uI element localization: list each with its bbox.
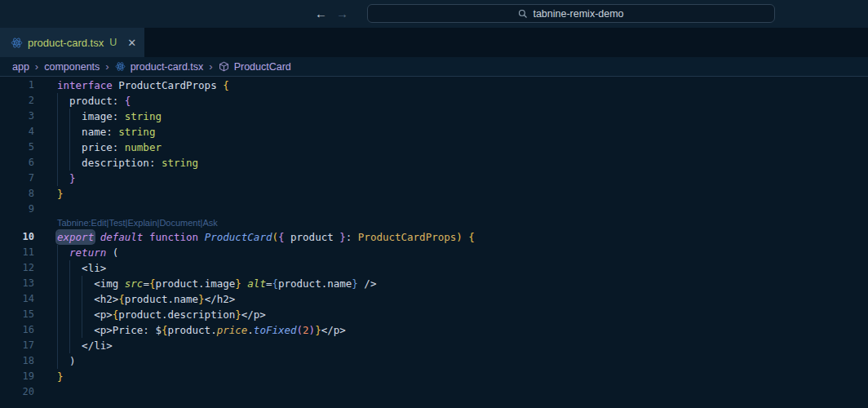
code-token: ProductCardProps [113,79,223,91]
back-arrow-icon[interactable]: ← [315,6,327,22]
code-line[interactable]: 6 description: string [0,155,868,171]
line-number: 3 [0,109,34,124]
code-text[interactable]: } [57,171,868,186]
code-token: description: [57,157,162,169]
code-text[interactable]: export default function ProductCard({ pr… [57,229,868,245]
code-line[interactable]: 20 [0,384,868,400]
code-line[interactable]: 18 ) [0,353,868,369]
code-line[interactable]: 11 return ( [0,245,868,260]
code-token: = [143,277,149,290]
code-token: <p>Price: $ [57,324,162,336]
code-text[interactable]: description: string [57,155,868,171]
code-line[interactable]: 12 <li> [0,260,868,276]
breadcrumb-separator: › [209,60,212,73]
tab-strip: product-card.tsx U ✕ [0,28,868,57]
code-text[interactable] [57,384,868,400]
code-token: ( [297,324,303,336]
code-text[interactable]: </li> [57,338,868,353]
indent-guide [57,338,58,353]
code-line[interactable]: 19} [0,369,868,384]
code-line[interactable]: 10export default function ProductCard({ … [0,229,868,245]
code-text[interactable]: ) [57,353,868,369]
search-value: tabnine-remix-demo [533,8,623,20]
breadcrumb-label: ProductCard [234,61,291,73]
code-token: /> [358,277,377,290]
codelens-action-test[interactable]: Test [108,217,125,229]
code-line[interactable]: 3 image: string [0,109,868,124]
breadcrumb-item-productcard[interactable]: ProductCard [219,61,291,73]
codelens-action-document[interactable]: Document [159,217,200,229]
breadcrumb-item-product-card-tsx[interactable]: product-card.tsx [115,61,204,73]
codelens-action-edit[interactable]: Edit [91,217,107,229]
code-token: string [125,110,162,122]
code-token: { [278,231,285,243]
line-number: 7 [0,171,34,186]
line-number: 19 [0,369,34,384]
close-icon[interactable]: ✕ [127,37,136,49]
code-text[interactable]: } [57,186,868,202]
code-token: } [57,370,64,383]
line-number: 14 [0,291,34,307]
code-token: number [125,141,162,153]
title-bar: ← → tabnine-remix-demo [0,0,868,28]
indent-guide [82,307,82,322]
breadcrumb-separator: › [105,60,108,73]
code-text[interactable]: } [57,369,868,384]
code-text[interactable] [57,202,868,217]
code-line[interactable]: 15 <p>{product.description}</p> [0,307,868,322]
code-token: image: [57,110,125,122]
code-token: ( [272,231,278,243]
codelens-action-explain[interactable]: Explain [127,217,157,229]
code-text[interactable]: <h2>{product.name}</h2> [57,291,868,307]
indent-guide [69,307,70,322]
line-number: 5 [0,140,34,155]
code-token: product: [57,95,125,107]
indent-guide [82,291,82,307]
search-input[interactable]: tabnine-remix-demo [367,4,775,23]
code-text[interactable]: <img src={product.image} alt={product.na… [57,276,868,291]
codelens-gutter-spacer [0,217,57,229]
code-line[interactable]: 16 <p>Price: ${product.price.toFixed(2)}… [0,322,868,338]
code-token [143,231,149,243]
code-token: </p> [321,324,346,336]
code-text[interactable]: price: number [57,140,868,155]
code-line[interactable]: 1interface ProductCardProps { [0,78,868,93]
codelens-action-ask[interactable]: Ask [202,217,217,229]
code-line[interactable]: 8} [0,186,868,202]
code-text[interactable]: <p>{product.description}</p> [57,307,868,322]
code-text[interactable]: interface ProductCardProps { [57,78,868,93]
code-text[interactable]: <li> [57,260,868,276]
code-line[interactable]: 5 price: number [0,140,868,155]
breadcrumb-item-components[interactable]: components [44,61,100,73]
breadcrumb-item-app[interactable]: app [12,61,29,73]
code-token: src [125,277,144,290]
code-text[interactable]: return ( [57,245,868,260]
tab-product-card[interactable]: product-card.tsx U ✕ [0,28,144,57]
code-line[interactable]: 14 <h2>{product.name}</h2> [0,291,868,307]
code-text[interactable]: product: { [57,93,868,109]
code-line[interactable]: 7 } [0,171,868,186]
code-token: ) [309,324,316,336]
search-icon [518,9,528,19]
code-text[interactable]: <p>Price: ${product.price.toFixed(2)}</p… [57,322,868,338]
code-token: </li> [57,339,113,352]
code-token: export [57,231,94,243]
indent-guide [69,140,70,155]
forward-arrow-icon[interactable]: → [336,6,348,22]
editor[interactable]: 1interface ProductCardProps {2 product: … [0,77,868,400]
code-text[interactable]: name: string [57,124,868,140]
code-line[interactable]: 9 [0,202,868,217]
code-token: string [162,157,198,169]
code-token [57,246,69,259]
code-line[interactable]: 17 </li> [0,338,868,353]
code-token: <li> [57,262,106,274]
indent-guide [82,276,82,291]
code-text[interactable]: image: string [57,109,868,124]
code-line[interactable]: 2 product: { [0,93,868,109]
code-line[interactable]: 4 name: string [0,124,868,140]
code-line[interactable]: 13 <img src={product.image} alt={product… [0,276,868,291]
indent-guide [82,322,82,338]
code-token: } [235,308,241,321]
indent-guide [69,260,70,276]
code-token: { [468,231,475,243]
